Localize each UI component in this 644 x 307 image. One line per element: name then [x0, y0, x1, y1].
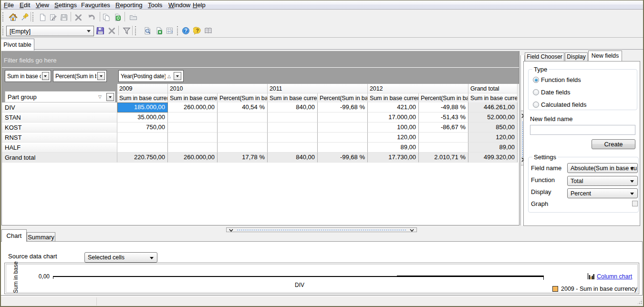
- svg-text:?: ?: [196, 28, 199, 33]
- svg-text:?: ?: [184, 28, 187, 33]
